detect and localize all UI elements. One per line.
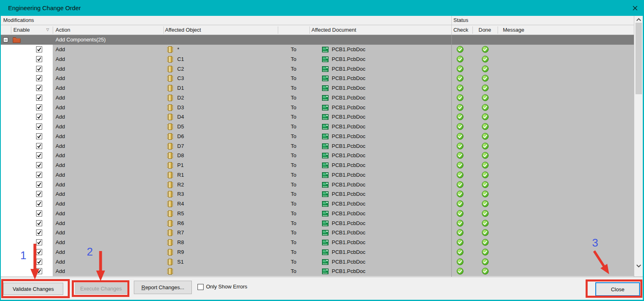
pcb-document-icon xyxy=(322,134,328,139)
enable-checkbox[interactable] xyxy=(36,259,42,265)
done-status-icon xyxy=(482,152,489,159)
checkbox-check-icon xyxy=(37,67,41,71)
enable-checkbox[interactable] xyxy=(36,182,42,188)
enable-checkbox[interactable] xyxy=(36,46,42,52)
affected-document-cell: PCB1.PcbDoc xyxy=(332,132,365,141)
table-row[interactable]: Add D1 To PCB1.PcbDoc xyxy=(1,83,634,93)
scroll-up-icon[interactable] xyxy=(636,18,642,22)
table-row[interactable]: Add D5 To PCB1.PcbDoc xyxy=(1,122,634,132)
column-check[interactable]: Check xyxy=(453,25,468,35)
table-row[interactable]: Add R9 To PCB1.PcbDoc xyxy=(1,247,634,257)
check-status-icon xyxy=(457,220,464,227)
enable-checkbox[interactable] xyxy=(36,162,42,168)
component-icon xyxy=(167,230,174,236)
table-row[interactable]: Add S1 To PCB1.PcbDoc xyxy=(1,257,634,267)
check-status-icon xyxy=(457,46,464,53)
affected-document-cell: PCB1.PcbDoc xyxy=(332,160,365,170)
collapse-group-icon[interactable] xyxy=(3,37,8,42)
pcb-document-icon xyxy=(322,230,328,236)
affected-object-cell: D1 xyxy=(177,83,184,93)
connector-cell: To xyxy=(291,132,296,141)
report-changes-button[interactable]: Report Changes... xyxy=(134,281,192,294)
group-row-add-components[interactable]: Add Components(25) xyxy=(1,35,634,45)
enable-checkbox[interactable] xyxy=(36,172,42,178)
checkbox-check-icon xyxy=(37,153,41,158)
checkbox-check-icon xyxy=(37,250,41,254)
enable-checkbox[interactable] xyxy=(36,268,42,274)
table-row[interactable]: Add R6 To PCB1.PcbDoc xyxy=(1,219,634,228)
table-row[interactable]: Add P1 To PCB1.PcbDoc xyxy=(1,160,634,170)
window-border-left xyxy=(0,16,1,301)
enable-checkbox[interactable] xyxy=(36,66,42,72)
vertical-scrollbar[interactable] xyxy=(634,16,643,277)
table-row[interactable]: Add R2 To PCB1.PcbDoc xyxy=(1,180,634,190)
scroll-down-icon[interactable] xyxy=(636,264,642,268)
validate-changes-button[interactable]: Validate Changes xyxy=(3,283,63,295)
enable-checkbox[interactable] xyxy=(36,230,42,236)
connector-cell: To xyxy=(291,93,296,103)
component-icon xyxy=(167,75,174,82)
table-row[interactable]: Add R7 To PCB1.PcbDoc xyxy=(1,228,634,238)
enable-checkbox[interactable] xyxy=(36,191,42,197)
table-row[interactable]: Add R5 To PCB1.PcbDoc xyxy=(1,209,634,219)
action-cell: Add xyxy=(56,83,65,93)
eco-dialog: Engineering Change Order Modifications S… xyxy=(0,0,644,301)
enable-checkbox[interactable] xyxy=(36,114,42,120)
table-row[interactable]: Add * To PCB1.PcbDoc xyxy=(1,45,634,54)
enable-checkbox[interactable] xyxy=(36,220,42,226)
enable-checkbox[interactable] xyxy=(36,104,42,110)
table-row[interactable]: Add C2 To PCB1.PcbDoc xyxy=(1,64,634,74)
table-row[interactable]: Add D4 To PCB1.PcbDoc xyxy=(1,112,634,122)
enable-checkbox[interactable] xyxy=(36,210,42,217)
action-cell: Add xyxy=(56,170,65,180)
enable-checkbox[interactable] xyxy=(36,249,42,255)
enable-checkbox[interactable] xyxy=(36,201,42,207)
column-message[interactable]: Message xyxy=(503,25,524,35)
table-row[interactable]: Add R3 To PCB1.PcbDoc xyxy=(1,189,634,199)
enable-checkbox[interactable] xyxy=(36,143,42,149)
scrollbar-thumb[interactable] xyxy=(635,23,642,94)
connector-cell: To xyxy=(291,170,296,180)
column-affected-document[interactable]: Affected Document xyxy=(311,25,356,35)
affected-object-cell: P1 xyxy=(177,160,184,170)
table-row[interactable]: Add D7 To PCB1.PcbDoc xyxy=(1,141,634,151)
close-icon[interactable] xyxy=(630,3,640,13)
table-row[interactable]: Add D3 To PCB1.PcbDoc xyxy=(1,103,634,113)
enable-checkbox[interactable] xyxy=(36,133,42,139)
check-status-icon xyxy=(457,171,464,178)
affected-document-cell: PCB1.PcbDoc xyxy=(332,180,365,190)
column-action[interactable]: Action xyxy=(56,25,70,35)
affected-object-cell: C1 xyxy=(177,54,184,64)
column-affected-object[interactable]: Affected Object xyxy=(165,25,201,35)
enable-checkbox[interactable] xyxy=(36,75,42,81)
done-status-icon xyxy=(482,94,489,101)
table-row[interactable]: Add D2 To PCB1.PcbDoc xyxy=(1,93,634,103)
check-status-icon xyxy=(457,56,464,63)
enable-checkbox[interactable] xyxy=(36,85,42,91)
table-row[interactable]: Add D6 To PCB1.PcbDoc xyxy=(1,132,634,141)
table-row[interactable]: Add R8 To PCB1.PcbDoc xyxy=(1,238,634,247)
component-icon xyxy=(167,85,174,91)
table-row[interactable]: Add To PCB1.PcbDoc xyxy=(1,266,634,276)
affected-document-cell: PCB1.PcbDoc xyxy=(332,74,365,83)
connector-cell: To xyxy=(291,74,296,83)
done-status-icon xyxy=(482,171,489,178)
table-row[interactable]: Add C3 To PCB1.PcbDoc xyxy=(1,74,634,83)
enable-checkbox[interactable] xyxy=(36,152,42,158)
connector-cell: To xyxy=(291,266,296,276)
column-done[interactable]: Done xyxy=(479,25,491,35)
table-row[interactable]: Add R4 To PCB1.PcbDoc xyxy=(1,199,634,209)
enable-checkbox[interactable] xyxy=(36,56,42,62)
only-show-errors-checkbox[interactable] xyxy=(197,284,204,290)
enable-checkbox[interactable] xyxy=(36,123,42,130)
enable-checkbox[interactable] xyxy=(36,95,42,101)
execute-changes-button[interactable]: Execute Changes xyxy=(75,283,127,294)
connector-cell: To xyxy=(291,209,296,219)
column-enable[interactable]: Enable xyxy=(13,25,30,35)
enable-checkbox[interactable] xyxy=(36,239,42,245)
table-row[interactable]: Add D8 To PCB1.PcbDoc xyxy=(1,151,634,160)
table-row[interactable]: Add C1 To PCB1.PcbDoc xyxy=(1,54,634,64)
close-button[interactable]: Close xyxy=(595,282,640,296)
sort-descending-icon[interactable]: ▽ xyxy=(46,25,49,35)
table-row[interactable]: Add R1 To PCB1.PcbDoc xyxy=(1,170,634,180)
